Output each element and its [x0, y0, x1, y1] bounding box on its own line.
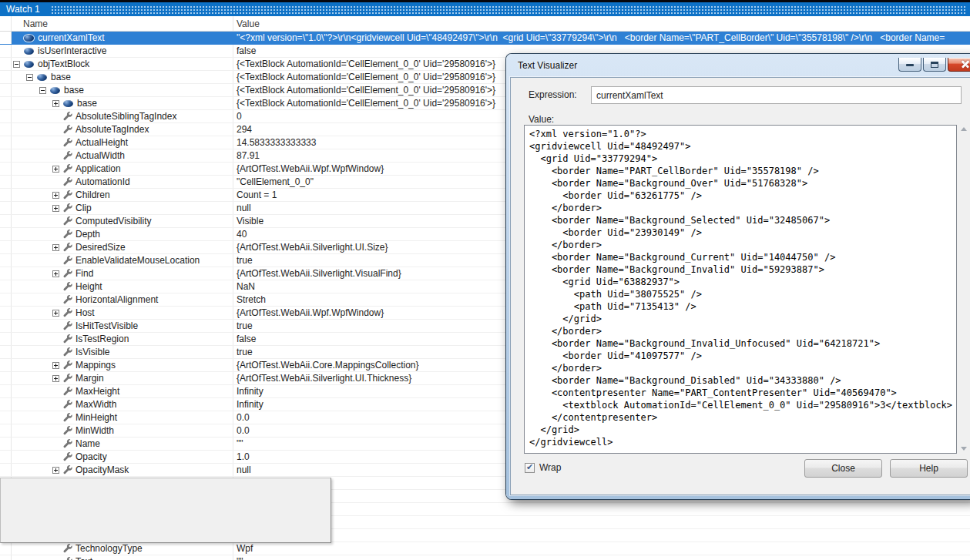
column-header-name[interactable]: Name	[12, 16, 233, 31]
row-name-cell: Name	[12, 438, 233, 450]
wrench-icon	[63, 426, 72, 435]
expander-toggle[interactable]	[52, 244, 59, 251]
row-name: AbsoluteSiblingTagIndex	[76, 111, 176, 122]
row-gutter	[0, 136, 12, 149]
expander-toggle[interactable]	[52, 362, 59, 369]
row-name-cell: AbsoluteSiblingTagIndex	[12, 110, 233, 122]
wrench-icon	[63, 203, 72, 213]
watch-row[interactable]: Text ""	[0, 555, 970, 560]
row-name: AutomationId	[76, 176, 130, 187]
row-name: AbsoluteTagIndex	[76, 124, 149, 135]
row-name-cell: HorizontalAlignment	[12, 293, 233, 306]
row-gutter	[0, 438, 12, 450]
row-name-cell: Clip	[12, 202, 233, 214]
expander-toggle[interactable]	[52, 205, 59, 212]
row-name-cell: Text	[12, 555, 233, 560]
wrench-icon	[63, 164, 72, 173]
row-name: ActualWidth	[76, 150, 125, 161]
expander-toggle[interactable]	[52, 310, 59, 317]
row-name: Application	[76, 163, 121, 174]
expander-toggle[interactable]	[52, 270, 59, 277]
row-name: Depth	[76, 229, 100, 240]
row-gutter	[0, 71, 12, 83]
expander-toggle[interactable]	[13, 61, 20, 68]
row-name: Children	[76, 189, 110, 200]
row-gutter	[0, 254, 12, 267]
column-header-value[interactable]: Value	[233, 16, 970, 31]
row-name-cell: Mappings	[12, 359, 233, 371]
row-gutter	[0, 346, 12, 358]
wrench-icon	[63, 334, 72, 344]
wrench-icon	[63, 321, 72, 330]
wrench-icon	[63, 282, 72, 291]
wrench-icon	[63, 557, 72, 560]
row-name: MinHeight	[76, 412, 117, 423]
row-value[interactable]	[233, 516, 970, 528]
expander-toggle[interactable]	[52, 192, 59, 199]
row-gutter	[0, 451, 12, 463]
row-name-cell: AutomationId	[12, 176, 233, 188]
wrench-icon	[63, 387, 72, 396]
row-name: Host	[76, 307, 95, 318]
row-gutter	[0, 542, 12, 555]
expander-toggle[interactable]	[52, 166, 59, 173]
minimize-button[interactable]	[898, 58, 921, 72]
row-gutter	[0, 320, 12, 332]
wrap-label: Wrap	[539, 462, 561, 473]
expander-toggle[interactable]	[39, 87, 46, 94]
wrench-icon	[63, 243, 72, 252]
value-text-box[interactable]: <?xml version="1.0"?> <gridviewcell Uid=…	[524, 125, 957, 454]
row-name: Text	[76, 556, 92, 560]
row-name: Height	[76, 281, 102, 292]
row-name-cell: objTextBlock	[12, 58, 233, 70]
expander-toggle[interactable]	[52, 100, 59, 107]
row-value[interactable]	[233, 529, 970, 542]
watch-row[interactable]: currentXamlText "<?xml version=\"1.0\"?>…	[0, 32, 970, 45]
scroll-down-icon[interactable]	[961, 447, 967, 451]
row-value[interactable]: ""	[233, 555, 970, 560]
wrench-icon	[63, 151, 72, 160]
help-button[interactable]: Help	[890, 459, 968, 478]
watch-titlebar[interactable]: Watch 1	[0, 0, 970, 16]
row-name-cell: base	[12, 84, 233, 96]
wrench-icon	[63, 360, 72, 370]
watch-column-header: Name Value	[0, 16, 970, 32]
row-name: IsHitTestVisible	[76, 320, 138, 331]
row-gutter	[0, 267, 12, 280]
row-name-cell: base	[12, 71, 233, 83]
window-controls	[898, 58, 970, 72]
expression-input[interactable]	[591, 86, 962, 104]
row-gutter	[0, 228, 12, 240]
watch-title: Watch 1	[6, 4, 40, 15]
xml-value-text[interactable]: <?xml version="1.0"?> <gridviewcell Uid=…	[525, 126, 956, 451]
row-name: IsVisible	[76, 347, 109, 357]
dialog-client-area: Expression: Value: <?xml version="1.0"?>…	[510, 77, 970, 495]
wrap-checkbox[interactable]	[525, 463, 535, 473]
row-name-cell: Application	[12, 163, 233, 175]
row-gutter	[0, 372, 12, 384]
row-name-cell: Margin	[12, 372, 233, 384]
close-button[interactable]: Close	[804, 459, 882, 478]
row-value[interactable]: Wpf	[233, 542, 970, 555]
row-gutter	[0, 333, 12, 345]
row-value[interactable]: "<?xml version=\"1.0\"?>\r\n<gridviewcel…	[233, 32, 970, 44]
row-name: OpacityMask	[76, 464, 129, 475]
row-name: Margin	[76, 373, 104, 384]
row-gutter	[0, 293, 12, 306]
close-window-button[interactable]	[948, 58, 970, 72]
expander-toggle[interactable]	[26, 74, 33, 81]
maximize-button[interactable]	[923, 58, 946, 72]
row-name-cell: IsVisible	[12, 346, 233, 358]
scroll-up-icon[interactable]	[961, 127, 967, 131]
row-name: TechnologyType	[76, 543, 143, 554]
wrench-icon	[63, 439, 72, 448]
field-icon	[50, 87, 60, 94]
text-visualizer-dialog: Text Visualizer Expression: Value: <?xml…	[506, 54, 970, 499]
row-gutter	[0, 411, 12, 424]
row-name-cell: ActualHeight	[12, 136, 233, 149]
watch-row[interactable]: TechnologyType Wpf	[0, 542, 970, 555]
row-value[interactable]	[233, 503, 970, 515]
wrench-icon	[63, 544, 72, 553]
expander-toggle[interactable]	[52, 375, 59, 382]
expander-toggle[interactable]	[52, 467, 59, 474]
